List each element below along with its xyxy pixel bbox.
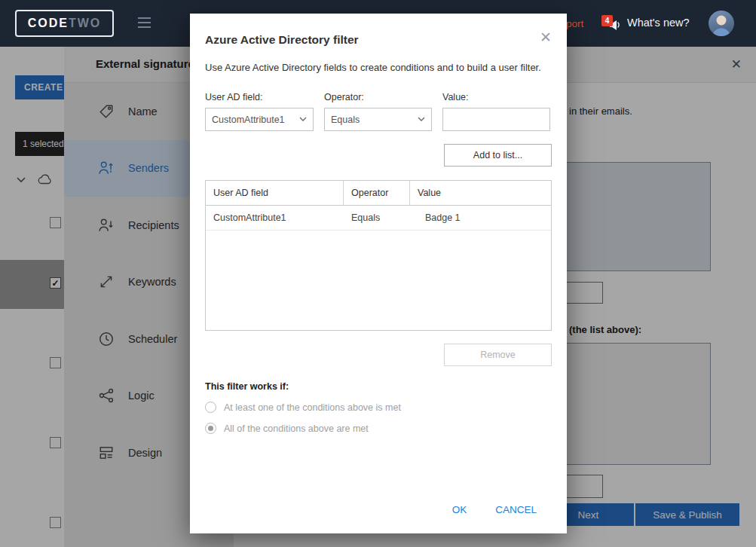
dialog-title: Azure Active Directory filter — [205, 33, 552, 47]
user-ad-field-value: CustomAttribute1 — [212, 115, 285, 125]
radio-option-all[interactable]: All of the conditions above are met — [205, 423, 552, 434]
value-input[interactable] — [442, 108, 550, 131]
radio-unselected-icon[interactable] — [205, 402, 216, 413]
dialog-description: Use Azure Active Directory fields to cre… — [205, 60, 552, 75]
avatar-person-icon — [709, 11, 734, 36]
notification-badge: 4 — [601, 15, 613, 26]
operator-value: Equals — [331, 115, 360, 125]
filter-works-label: This filter works if: — [205, 381, 552, 392]
ok-button[interactable]: OK — [452, 504, 467, 515]
table-row[interactable]: CustomAttribute1 Equals Badge 1 — [206, 206, 551, 231]
whats-new-link[interactable]: What's new? — [627, 17, 690, 29]
col-header-value: Value — [410, 181, 551, 205]
dialog-close-icon[interactable]: ✕ — [540, 30, 552, 44]
logo-text-code: CODE — [28, 17, 69, 30]
cancel-button[interactable]: CANCEL — [495, 504, 537, 515]
user-avatar[interactable] — [709, 11, 734, 36]
table-empty-area — [206, 231, 551, 330]
radio-selected-icon[interactable] — [205, 423, 216, 434]
conditions-table: User AD field Operator Value CustomAttri… — [205, 180, 552, 331]
logo-text-two: TWO — [69, 17, 101, 30]
dialog-footer: OK CANCEL — [452, 504, 537, 515]
radio-option-any[interactable]: At least one of the conditions above is … — [205, 402, 552, 413]
hamburger-menu-icon[interactable] — [138, 17, 151, 28]
cell-user-ad-field: CustomAttribute1 — [206, 206, 344, 230]
operator-label: Operator: — [324, 92, 432, 102]
value-label: Value: — [442, 92, 550, 102]
chevron-down-icon — [418, 117, 425, 122]
col-header-operator: Operator — [344, 181, 410, 205]
page: CODETWO Support 4 What's new? CREATE 1 s… — [0, 0, 756, 547]
user-ad-field-select[interactable]: CustomAttribute1 — [205, 108, 314, 131]
col-header-user-ad-field: User AD field — [206, 181, 344, 205]
remove-button[interactable]: Remove — [444, 344, 552, 366]
codetwo-logo[interactable]: CODETWO — [15, 10, 114, 37]
operator-select[interactable]: Equals — [324, 108, 432, 131]
chevron-down-icon — [299, 117, 307, 122]
condition-form-row: User AD field: CustomAttribute1 Operator… — [205, 92, 552, 131]
user-ad-field-label: User AD field: — [205, 92, 314, 102]
add-to-list-button[interactable]: Add to list... — [444, 144, 552, 167]
cell-operator: Equals — [344, 206, 410, 230]
whats-new-icon-wrap[interactable]: 4 — [601, 14, 626, 36]
radio-any-label: At least one of the conditions above is … — [224, 402, 401, 413]
azure-ad-filter-dialog: Azure Active Directory filter ✕ Use Azur… — [190, 14, 567, 533]
table-header: User AD field Operator Value — [206, 181, 551, 206]
radio-all-label: All of the conditions above are met — [224, 423, 369, 434]
cell-value: Badge 1 — [410, 206, 551, 230]
